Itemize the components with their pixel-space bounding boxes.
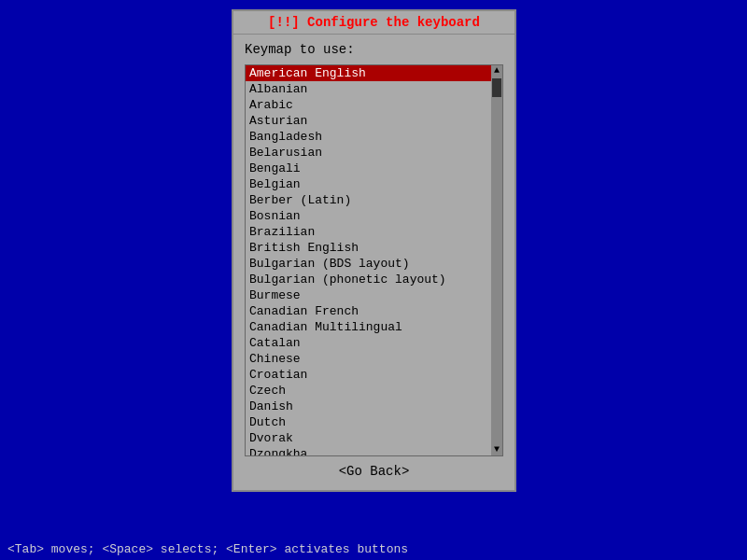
list-item[interactable]: Berber (Latin) — [246, 192, 491, 208]
scrollbar: ▲ ▼ — [491, 65, 502, 455]
list-item[interactable]: Burmese — [246, 287, 491, 303]
status-bar: <Tab> moves; <Space> selects; <Enter> ac… — [0, 539, 747, 560]
list-item[interactable]: American English — [246, 65, 491, 81]
list-item[interactable]: Brazilian — [246, 224, 491, 240]
dialog-body: Keymap to use: American EnglishAlbanianA… — [233, 35, 514, 490]
scroll-down-arrow[interactable]: ▼ — [494, 444, 500, 455]
list-item[interactable]: Belarusian — [246, 145, 491, 161]
configure-keyboard-dialog: [!!] Configure the keyboard Keymap to us… — [232, 9, 516, 492]
list-item[interactable]: Asturian — [246, 113, 491, 129]
list-item[interactable]: Bulgarian (phonetic layout) — [246, 272, 491, 287]
list-item[interactable]: Bengali — [246, 161, 491, 176]
list-item[interactable]: Arabic — [246, 97, 491, 113]
list-item[interactable]: Croatian — [246, 367, 491, 383]
list-item[interactable]: Belgian — [246, 176, 491, 192]
scroll-up-arrow[interactable]: ▲ — [494, 65, 500, 77]
list-item[interactable]: Danish — [246, 399, 491, 414]
list-item[interactable]: Canadian French — [246, 303, 491, 319]
list-item[interactable]: Catalan — [246, 335, 491, 351]
list-item[interactable]: Albanian — [246, 81, 491, 97]
keymap-list-container: American EnglishAlbanianArabicAsturianBa… — [245, 64, 503, 456]
list-item[interactable]: Bangladesh — [246, 129, 491, 145]
keymap-label: Keymap to use: — [245, 42, 503, 57]
list-item[interactable]: Dutch — [246, 414, 491, 430]
list-item[interactable]: Dzongkha — [246, 446, 491, 455]
list-item[interactable]: British English — [246, 240, 491, 256]
list-item[interactable]: Canadian Multilingual — [246, 319, 491, 335]
list-item[interactable]: Czech — [246, 383, 491, 399]
scroll-thumb[interactable] — [492, 78, 501, 97]
scroll-track — [492, 77, 501, 444]
list-item[interactable]: Dvorak — [246, 430, 491, 446]
go-back-button[interactable]: <Go Back> — [245, 456, 503, 483]
dialog-title: [!!] Configure the keyboard — [233, 11, 514, 35]
list-item[interactable]: Chinese — [246, 351, 491, 367]
keymap-list[interactable]: American EnglishAlbanianArabicAsturianBa… — [246, 65, 491, 455]
list-item[interactable]: Bosnian — [246, 208, 491, 224]
list-item[interactable]: Bulgarian (BDS layout) — [246, 256, 491, 272]
